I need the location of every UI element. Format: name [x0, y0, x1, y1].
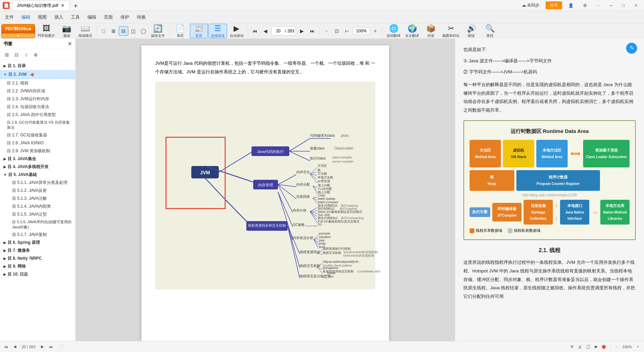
- zoom-in-btn[interactable]: ＋: [371, 26, 380, 36]
- status-settings-icon[interactable]: ⚙: [570, 344, 574, 349]
- view-4-btn[interactable]: ◫: [129, 26, 138, 36]
- pdf-to-office-btn[interactable]: PDF转Office ▼: [1, 24, 35, 38]
- toc-item-4[interactable]: ▶ 目 4. JAVA多线程开发: [0, 163, 75, 171]
- method-area-box: 方法区 Method Area: [470, 140, 501, 167]
- zoom-out-btn[interactable]: －: [322, 26, 331, 36]
- toc-item-8[interactable]: ▶ 目 8. Netty 与RPC: [0, 255, 75, 262]
- pdf-to-image-btn[interactable]: 🖼 PDF转图片: [36, 24, 57, 38]
- camera-btn[interactable]: 📷 摄放: [58, 24, 76, 38]
- page-number-input[interactable]: [273, 29, 283, 33]
- full-translate-btn[interactable]: 🌍 全文翻译: [403, 24, 421, 38]
- status-print-icon[interactable]: 🖨: [578, 345, 582, 349]
- sidebar-icon-add[interactable]: ⊕: [32, 51, 40, 59]
- toc-item-5-1-6[interactable]: 目 5.1.6. JAVA序列化(创建可复用的Java对象): [0, 218, 75, 231]
- new-tab-btn[interactable]: ＋: [71, 1, 80, 10]
- toc-item-2-6[interactable]: 目 2.6. GC分代收集算法 VS 分区收集算法: [0, 119, 75, 131]
- last-page-btn[interactable]: ⏭: [308, 26, 317, 36]
- view-double-btn[interactable]: ⊞: [109, 26, 118, 36]
- toc-item-5[interactable]: ▼ 目 5. JAVA基础: [0, 171, 75, 179]
- rotate-btn[interactable]: 🔄 旋转文件: [149, 24, 167, 38]
- menu-edit[interactable]: 编辑: [18, 13, 34, 22]
- arrows-vertical: ↑ ↓: [555, 200, 558, 224]
- blue-action-btn[interactable]: ✎: [626, 43, 637, 54]
- sidebar-close-btn[interactable]: ✕: [68, 41, 72, 46]
- toc-item-2-4[interactable]: 目 2.4. 垃圾回收与算法: [0, 103, 75, 111]
- toc-item-5-1-2[interactable]: 目 5.1.2. JAVA反射: [0, 187, 75, 195]
- menu-insert[interactable]: 插入: [51, 13, 67, 22]
- next-page-btn[interactable]: ▶: [297, 26, 307, 36]
- status-prev-page[interactable]: ◀: [13, 344, 16, 349]
- settings-btn[interactable]: ⚙: [580, 2, 590, 9]
- toc-item-2-5[interactable]: 目 2.5. JAVA 四中引用类型: [0, 111, 75, 119]
- sidebar-icon-expand[interactable]: ⊞: [3, 51, 11, 59]
- menu-protect[interactable]: 保护: [117, 13, 133, 22]
- runtime-title: 运行时数据区 Runtime Data Area: [470, 126, 630, 136]
- maximize-btn[interactable]: □: [619, 2, 628, 9]
- read-aloud-btn[interactable]: 🔊 朗读: [462, 24, 480, 38]
- toc-item-2-3[interactable]: 目 2.3. JVM运行时内存: [0, 95, 75, 103]
- status-last-page[interactable]: ⏭: [49, 345, 53, 349]
- user-icon-btn[interactable]: 👤: [565, 2, 577, 9]
- menu-edit2[interactable]: 编辑: [84, 13, 100, 22]
- tab-close-btn[interactable]: ✕: [60, 3, 65, 8]
- status-clipboard-icon[interactable]: 📋: [586, 344, 591, 349]
- screenshot-btn[interactable]: ✂ 截图和对比: [440, 24, 462, 38]
- menu-tools[interactable]: 工具: [67, 13, 83, 22]
- toc-item-2-8[interactable]: 目 2.8. JAVA IO/NIO: [0, 139, 75, 147]
- toc-item-9[interactable]: ▶ 目 9. 网络: [0, 262, 75, 270]
- toc-item-5-1-7[interactable]: 目 5.1.7. JAVA复制: [0, 231, 75, 239]
- toc-item-2-1[interactable]: 目 2.1. 线程: [0, 79, 75, 87]
- zoom-fit-width-btn[interactable]: ⊢: [342, 26, 352, 36]
- doc-area[interactable]: JVM是可运行 Java 代码的假想计算机，包括一套字节码指令集、一组寄存器、一…: [76, 39, 455, 341]
- close-btn[interactable]: ✕: [631, 2, 641, 9]
- continuous-btn[interactable]: ☰ 连续阅读: [208, 24, 227, 38]
- status-record-icon[interactable]: ⬤: [602, 344, 606, 349]
- single-page-btn[interactable]: 📄 单页: [171, 24, 189, 38]
- toc-item-5-1-3[interactable]: 目 5.1.3. JAVA注解: [0, 195, 75, 203]
- toc-item-5-1-5[interactable]: 目 5.1.5. JAVA泛型: [0, 210, 75, 218]
- sidebar-icon-collapse[interactable]: ⊟: [12, 51, 21, 59]
- status-play-icon[interactable]: ▶: [595, 344, 598, 349]
- translate-word-btn[interactable]: 🌐 划词翻译: [385, 24, 402, 38]
- compress-btn[interactable]: 📦 压缩: [422, 24, 440, 38]
- not-synced-btn[interactable]: ☁ 未同步: [518, 1, 543, 9]
- status-zoom-out[interactable]: －: [614, 344, 618, 349]
- read-mode-btn[interactable]: 📖 阅读模式: [76, 24, 94, 38]
- share-button[interactable]: 分享: [546, 1, 562, 9]
- search-btn[interactable]: 🔍 查找: [481, 24, 499, 38]
- b1c1-line: [289, 138, 310, 151]
- view-single-btn[interactable]: □: [99, 26, 108, 36]
- toc-item-6[interactable]: ▶ 目 6. Spring 原理: [0, 239, 75, 247]
- view-triple-btn[interactable]: ⊟: [119, 26, 128, 36]
- minimize-btn[interactable]: ─: [606, 2, 616, 9]
- toc-item-5-1-1[interactable]: 目 5.1.1. JAVA异常分类及处理: [0, 179, 75, 187]
- toc-item-10[interactable]: ▶ 目 10. 日志: [0, 270, 75, 278]
- toc-item-5-1-4[interactable]: 目 5.1.4. JAVA内部类: [0, 203, 75, 210]
- menu-view[interactable]: 视图: [34, 13, 50, 22]
- toc-item-2-9[interactable]: 目 2.9. JVM 类加载机制: [0, 147, 75, 155]
- menu-convert[interactable]: 转换: [133, 13, 149, 22]
- toc-item-2-2[interactable]: 目 2.2. JVM内存区域: [0, 87, 75, 95]
- toc-item-2-7[interactable]: 目 2.7. GC垃圾收集器: [0, 131, 75, 139]
- menu-page[interactable]: 页面: [100, 13, 116, 22]
- two-page-btn[interactable]: 📰 双页: [190, 24, 208, 38]
- document-tab[interactable]: JAVA核心知识整理.pdf ✕: [12, 1, 69, 10]
- zoom-fit-btn[interactable]: ⊡: [332, 26, 342, 36]
- status-first-page[interactable]: ⏮: [4, 345, 8, 349]
- prev-page-btn[interactable]: ◀: [261, 26, 270, 36]
- view-circle-btn[interactable]: ◯: [139, 26, 148, 36]
- sidebar-icon-bookmark[interactable]: ☆: [22, 51, 30, 59]
- toc-arrow-9: ▶: [3, 265, 6, 268]
- auto-scroll-btn[interactable]: ▶ 自动滚动: [228, 24, 246, 38]
- menu-file[interactable]: 文件: [1, 13, 17, 22]
- status-zoom-in[interactable]: ＋: [636, 344, 640, 349]
- toc-item-2[interactable]: ▼ 目 2. JVM ◄: [0, 70, 75, 79]
- read-mode-label: 阅读模式: [78, 33, 92, 38]
- zoom-input[interactable]: [353, 27, 370, 35]
- status-next-page[interactable]: ▶: [41, 344, 44, 349]
- toc-item-3[interactable]: ▶ 目 3. JAVA集合: [0, 155, 75, 163]
- first-page-btn[interactable]: ⏮: [250, 26, 260, 36]
- toc-item-1[interactable]: ▶ 目 1. 目录: [0, 62, 75, 70]
- toc-item-7[interactable]: ▶ 目 7. 微服务: [0, 247, 75, 255]
- more-btn[interactable]: ···: [593, 2, 603, 9]
